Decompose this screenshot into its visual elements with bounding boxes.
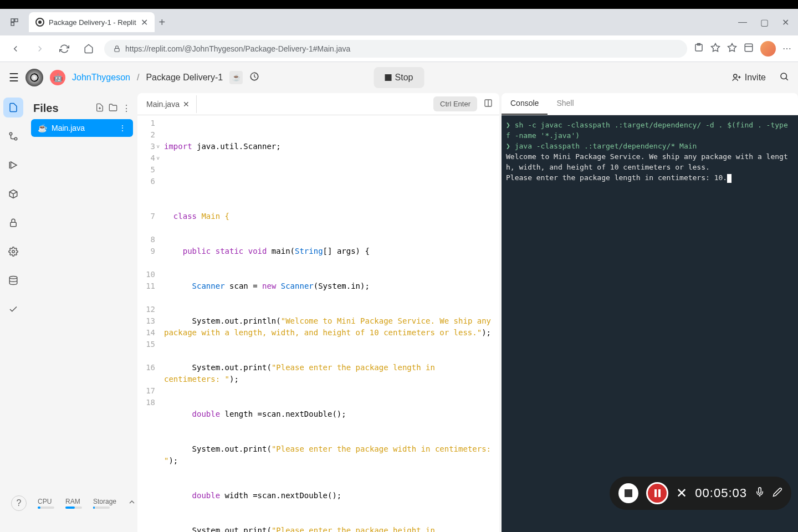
svg-point-15 bbox=[781, 73, 787, 79]
storage-meter bbox=[93, 507, 110, 509]
editor-tab-close-icon[interactable]: ✕ bbox=[183, 100, 190, 109]
new-file-icon[interactable] bbox=[95, 103, 104, 114]
svg-rect-2 bbox=[11, 23, 14, 25]
ram-meter bbox=[65, 507, 82, 509]
svg-point-23 bbox=[9, 277, 17, 279]
stop-square-icon bbox=[625, 489, 632, 497]
new-folder-icon[interactable] bbox=[109, 103, 117, 114]
browser-toolbar: https://replit.com/@JohnThygeson/Package… bbox=[0, 35, 798, 62]
tab-close-icon[interactable]: ✕ bbox=[141, 17, 148, 28]
browser-tab-bar: Package Delivery-1 - Replit ✕ + — ▢ ✕ bbox=[0, 9, 798, 35]
ram-label: RAM bbox=[65, 498, 82, 505]
editor-panel: Main.java ✕ Ctrl Enter 1 2 3 4 5 6 7 8 9… bbox=[137, 93, 499, 532]
svg-rect-3 bbox=[115, 48, 119, 52]
sidebar-settings-icon[interactable] bbox=[3, 242, 23, 262]
screen-recorder: ✕ 00:05:03 bbox=[610, 477, 791, 510]
code-content[interactable]: import java.util.Scanner; class Main { p… bbox=[160, 115, 499, 532]
sidebar bbox=[0, 93, 27, 532]
console-output[interactable]: ❯ sh -c javac -classpath .:target/depend… bbox=[502, 115, 798, 532]
forward-button[interactable] bbox=[31, 40, 49, 58]
files-menu-icon[interactable]: ⋮ bbox=[122, 103, 131, 114]
files-panel: Files ⋮ ☕ Main.java ⋮ bbox=[27, 93, 137, 532]
svg-point-18 bbox=[14, 137, 17, 140]
language-badge-icon: ☕ bbox=[229, 71, 243, 84]
sidebar-debug-icon[interactable] bbox=[3, 155, 23, 175]
invite-label: Invite bbox=[745, 73, 766, 83]
replit-header: ☰ 🤖 JohnThygeson / Package Delivery-1 ☕ … bbox=[0, 62, 798, 93]
microphone-icon[interactable] bbox=[755, 487, 765, 499]
tab-console[interactable]: Console bbox=[502, 93, 548, 115]
close-window-icon[interactable]: ✕ bbox=[782, 17, 789, 28]
reload-button[interactable] bbox=[55, 40, 73, 58]
reading-list-icon[interactable] bbox=[727, 43, 737, 55]
svg-line-16 bbox=[786, 78, 788, 80]
help-icon[interactable]: ? bbox=[11, 495, 27, 511]
search-icon[interactable] bbox=[779, 71, 789, 84]
maximize-icon[interactable]: ▢ bbox=[760, 17, 769, 28]
expand-stats-icon[interactable] bbox=[127, 498, 136, 509]
minimize-icon[interactable]: — bbox=[738, 17, 747, 28]
svg-marker-7 bbox=[728, 43, 736, 51]
cpu-meter bbox=[38, 507, 54, 509]
pause-icon bbox=[654, 489, 661, 497]
editor-tab[interactable]: Main.java ✕ bbox=[140, 95, 197, 113]
file-item[interactable]: ☕ Main.java ⋮ bbox=[31, 119, 133, 137]
favicon-icon bbox=[35, 18, 44, 27]
browser-menu-icon[interactable]: ⋯ bbox=[782, 43, 791, 54]
invite-button[interactable]: Invite bbox=[732, 73, 766, 83]
recorder-stop-button[interactable] bbox=[618, 483, 638, 503]
ctrl-enter-hint: Ctrl Enter bbox=[433, 96, 477, 111]
java-file-icon: ☕ bbox=[38, 124, 47, 132]
storage-label: Storage bbox=[93, 498, 116, 505]
sidebar-tests-icon[interactable] bbox=[3, 299, 23, 319]
breadcrumb-separator: / bbox=[137, 73, 139, 83]
recorder-pause-button[interactable] bbox=[646, 482, 668, 504]
sidebar-files-icon[interactable] bbox=[3, 98, 23, 117]
user-avatar[interactable]: 🤖 bbox=[50, 70, 65, 85]
profile-avatar[interactable] bbox=[760, 41, 776, 57]
files-title: Files bbox=[33, 102, 59, 115]
stop-label: Stop bbox=[395, 73, 413, 83]
edit-icon[interactable] bbox=[773, 487, 782, 499]
url-bar[interactable]: https://replit.com/@JohnThygeson/Package… bbox=[104, 40, 687, 58]
tab-list-icon[interactable] bbox=[4, 12, 24, 32]
svg-point-12 bbox=[734, 74, 737, 78]
svg-rect-21 bbox=[11, 222, 17, 227]
svg-marker-6 bbox=[712, 43, 720, 51]
url-text: https://replit.com/@JohnThygeson/Package… bbox=[125, 44, 350, 53]
collections-icon[interactable] bbox=[744, 43, 754, 55]
layout-icon[interactable] bbox=[484, 99, 493, 110]
sidebar-packages-icon[interactable] bbox=[3, 184, 23, 204]
favorites-icon[interactable] bbox=[710, 43, 720, 55]
svg-rect-8 bbox=[745, 44, 753, 52]
svg-rect-0 bbox=[11, 19, 14, 22]
person-add-icon bbox=[732, 73, 741, 83]
lock-icon bbox=[113, 45, 121, 53]
svg-point-17 bbox=[9, 132, 12, 135]
recorder-time: 00:05:03 bbox=[695, 486, 747, 500]
file-item-menu-icon[interactable]: ⋮ bbox=[119, 124, 126, 132]
sidebar-vcs-icon[interactable] bbox=[3, 126, 23, 146]
hamburger-icon[interactable]: ☰ bbox=[9, 71, 19, 84]
replit-logo-icon[interactable] bbox=[25, 69, 43, 86]
sidebar-secrets-icon[interactable] bbox=[3, 213, 23, 233]
new-tab-button[interactable]: + bbox=[159, 16, 166, 29]
back-button[interactable] bbox=[7, 40, 24, 58]
code-editor[interactable]: 1 2 3 4 5 6 7 8 9 10 11 12 13 14 15 16 1… bbox=[137, 115, 499, 532]
sidebar-database-icon[interactable] bbox=[3, 270, 23, 290]
cpu-label: CPU bbox=[38, 498, 54, 505]
svg-rect-1 bbox=[15, 19, 18, 22]
recorder-close-icon[interactable]: ✕ bbox=[676, 485, 687, 501]
svg-point-22 bbox=[12, 250, 15, 253]
extension-icon[interactable] bbox=[694, 43, 704, 55]
home-button[interactable] bbox=[80, 40, 98, 58]
history-icon[interactable] bbox=[249, 71, 259, 84]
line-gutter: 1 2 3 4 5 6 7 8 9 10 11 12 13 14 15 16 1… bbox=[137, 115, 160, 532]
project-name[interactable]: Package Delivery-1 bbox=[146, 73, 223, 83]
browser-tab[interactable]: Package Delivery-1 - Replit ✕ bbox=[29, 12, 155, 32]
svg-marker-19 bbox=[11, 162, 17, 168]
tab-title: Package Delivery-1 - Replit bbox=[49, 18, 136, 27]
stop-button[interactable]: Stop bbox=[374, 67, 424, 88]
username-link[interactable]: JohnThygeson bbox=[72, 73, 130, 83]
tab-shell[interactable]: Shell bbox=[548, 93, 582, 115]
